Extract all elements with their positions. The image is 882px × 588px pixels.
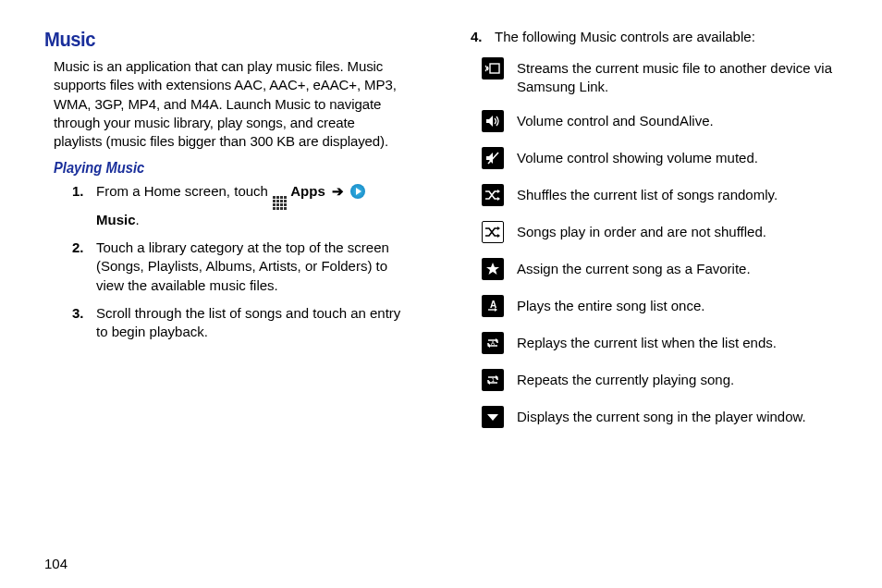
apps-label: Apps — [290, 183, 325, 199]
svg-rect-0 — [490, 64, 499, 73]
page-number: 104 — [44, 556, 67, 571]
control-row: A Replays the current list when the list… — [482, 334, 836, 354]
subsection-title: Playing Music — [54, 160, 379, 177]
control-row: Displays the current song in the player … — [482, 408, 836, 428]
controls-table: Streams the current music file to anothe… — [482, 59, 836, 428]
right-column: 4. The following Music controls are avai… — [472, 28, 836, 545]
control-row: Songs play in order and are not shuffled… — [482, 223, 836, 243]
repeat-one-icon: 1 — [482, 369, 504, 391]
arrow-icon: ➔ — [332, 183, 344, 199]
step-3: 3. Scroll through the list of songs and … — [76, 304, 408, 342]
step-number: 3. — [72, 304, 84, 323]
favorite-icon — [482, 258, 504, 280]
step-number: 2. — [72, 239, 84, 257]
step-3-text: Scroll through the list of songs and tou… — [96, 305, 400, 339]
steps-list-right: 4. The following Music controls are avai… — [474, 28, 836, 46]
shuffle-icon — [482, 184, 504, 206]
control-desc: Repeats the currently playing song. — [517, 371, 734, 389]
repeat-all-icon: A — [482, 332, 504, 354]
step-2: 2. Touch a library category at the top o… — [76, 239, 408, 295]
step-number: 4. — [471, 28, 483, 46]
apps-icon — [272, 196, 287, 211]
control-row: A Plays the entire song list once. — [482, 297, 836, 317]
control-desc: Volume control and SoundAlive. — [517, 112, 714, 130]
control-desc: Songs play in order and are not shuffled… — [517, 223, 766, 241]
control-row: Volume control and SoundAlive. — [482, 112, 836, 132]
step-1: 1. From a Home screen, touch Apps ➔ Musi… — [76, 182, 408, 229]
step-4-text: The following Music controls are availab… — [495, 29, 755, 44]
control-row: Volume control showing volume muted. — [482, 149, 836, 169]
control-desc: Displays the current song in the player … — [517, 408, 806, 426]
now-playing-icon — [482, 406, 504, 428]
music-icon — [350, 184, 365, 199]
mute-icon — [482, 147, 504, 169]
no-shuffle-icon — [482, 221, 504, 243]
left-column: Music Music is an application that can p… — [44, 28, 408, 545]
control-row: Shuffles the current list of songs rando… — [482, 186, 836, 206]
step-1-text-pre: From a Home screen, touch — [96, 183, 272, 199]
control-desc: Replays the current list when the list e… — [517, 334, 777, 352]
step-2-text: Touch a library category at the top of t… — [96, 239, 389, 293]
control-row: Assign the current song as a Favorite. — [482, 260, 836, 280]
svg-text:A: A — [491, 340, 495, 346]
svg-text:A: A — [490, 300, 496, 310]
steps-list: 1. From a Home screen, touch Apps ➔ Musi… — [76, 182, 408, 341]
step-1-text-post: . — [136, 212, 140, 227]
stream-icon — [482, 57, 504, 80]
control-row: Streams the current music file to anothe… — [482, 59, 836, 95]
control-desc: Shuffles the current list of songs rando… — [517, 186, 778, 204]
intro-paragraph: Music is an application that can play mu… — [54, 57, 404, 151]
control-desc: Assign the current song as a Favorite. — [517, 260, 751, 278]
control-desc: Volume control showing volume muted. — [517, 149, 758, 167]
play-once-icon: A — [482, 295, 504, 317]
step-4: 4. The following Music controls are avai… — [474, 28, 836, 46]
section-title: Music — [44, 28, 379, 52]
control-desc: Streams the current music file to anothe… — [517, 59, 836, 95]
step-number: 1. — [72, 182, 84, 201]
svg-text:1: 1 — [492, 377, 496, 383]
music-label: Music — [96, 212, 136, 227]
control-row: 1 Repeats the currently playing song. — [482, 371, 836, 391]
control-desc: Plays the entire song list once. — [517, 297, 704, 315]
volume-icon — [482, 110, 504, 132]
